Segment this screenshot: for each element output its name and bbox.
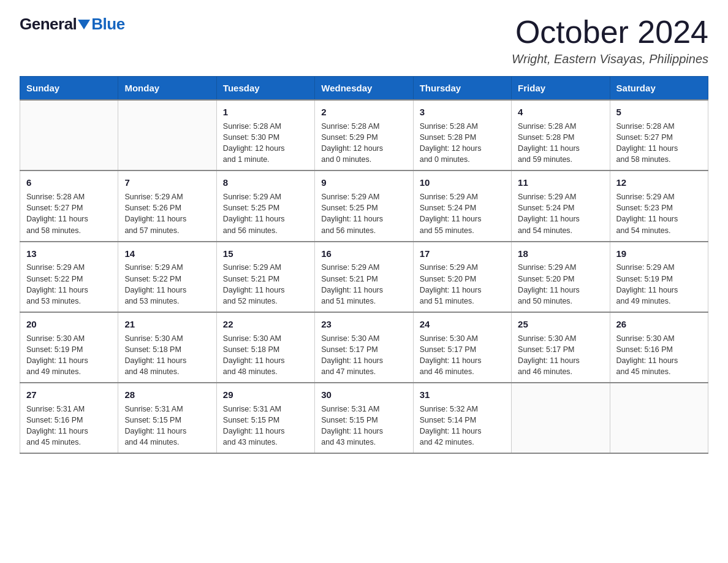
calendar-cell: 6Sunrise: 5:28 AM Sunset: 5:27 PM Daylig… — [20, 170, 118, 241]
calendar-cell: 16Sunrise: 5:29 AM Sunset: 5:21 PM Dayli… — [315, 242, 413, 312]
calendar-cell: 29Sunrise: 5:31 AM Sunset: 5:15 PM Dayli… — [216, 383, 314, 453]
day-info: Sunrise: 5:30 AM Sunset: 5:17 PM Dayligh… — [518, 333, 603, 378]
calendar-cell — [610, 383, 708, 453]
day-info: Sunrise: 5:29 AM Sunset: 5:19 PM Dayligh… — [616, 262, 702, 307]
day-number: 27 — [26, 388, 112, 402]
calendar-cell: 7Sunrise: 5:29 AM Sunset: 5:26 PM Daylig… — [118, 170, 216, 241]
day-number: 23 — [321, 318, 406, 331]
calendar-cell: 1Sunrise: 5:28 AM Sunset: 5:30 PM Daylig… — [216, 100, 314, 170]
day-info: Sunrise: 5:30 AM Sunset: 5:17 PM Dayligh… — [420, 333, 505, 378]
day-number: 15 — [223, 247, 308, 261]
day-number: 30 — [321, 388, 406, 402]
day-number: 28 — [124, 388, 210, 402]
day-info: Sunrise: 5:29 AM Sunset: 5:20 PM Dayligh… — [518, 262, 603, 307]
calendar-cell: 18Sunrise: 5:29 AM Sunset: 5:20 PM Dayli… — [512, 242, 610, 312]
day-number: 19 — [616, 247, 702, 261]
day-info: Sunrise: 5:29 AM Sunset: 5:21 PM Dayligh… — [223, 262, 308, 307]
weekday-header-wednesday: Wednesday — [315, 77, 413, 101]
day-info: Sunrise: 5:30 AM Sunset: 5:18 PM Dayligh… — [223, 333, 308, 378]
day-info: Sunrise: 5:31 AM Sunset: 5:15 PM Dayligh… — [124, 404, 210, 448]
day-number: 25 — [518, 318, 603, 331]
day-number: 17 — [420, 247, 505, 261]
day-number: 5 — [616, 105, 702, 119]
calendar-cell — [20, 100, 118, 170]
day-info: Sunrise: 5:29 AM Sunset: 5:26 PM Dayligh… — [124, 191, 210, 236]
day-number: 3 — [420, 105, 505, 119]
weekday-header-row: SundayMondayTuesdayWednesdayThursdayFrid… — [20, 77, 708, 101]
day-info: Sunrise: 5:31 AM Sunset: 5:15 PM Dayligh… — [321, 404, 406, 448]
day-info: Sunrise: 5:29 AM Sunset: 5:22 PM Dayligh… — [124, 262, 210, 307]
day-info: Sunrise: 5:30 AM Sunset: 5:19 PM Dayligh… — [26, 333, 112, 378]
day-number: 26 — [616, 318, 702, 331]
logo-area: General Blue — [20, 15, 125, 34]
location-subtitle: Wright, Eastern Visayas, Philippines — [512, 52, 708, 66]
day-info: Sunrise: 5:31 AM Sunset: 5:16 PM Dayligh… — [26, 404, 112, 448]
day-number: 6 — [26, 176, 112, 190]
calendar-cell: 3Sunrise: 5:28 AM Sunset: 5:28 PM Daylig… — [413, 100, 511, 170]
day-info: Sunrise: 5:30 AM Sunset: 5:17 PM Dayligh… — [321, 333, 406, 378]
calendar-cell: 30Sunrise: 5:31 AM Sunset: 5:15 PM Dayli… — [315, 383, 413, 453]
calendar-cell — [512, 383, 610, 453]
logo-general: General — [20, 15, 77, 34]
day-number: 10 — [420, 176, 505, 190]
week-row-3: 13Sunrise: 5:29 AM Sunset: 5:22 PM Dayli… — [20, 242, 708, 312]
day-info: Sunrise: 5:29 AM Sunset: 5:20 PM Dayligh… — [420, 262, 505, 307]
day-info: Sunrise: 5:28 AM Sunset: 5:29 PM Dayligh… — [321, 121, 406, 166]
day-number: 9 — [321, 176, 406, 190]
day-info: Sunrise: 5:30 AM Sunset: 5:18 PM Dayligh… — [124, 333, 210, 378]
day-number: 21 — [124, 318, 210, 331]
day-info: Sunrise: 5:28 AM Sunset: 5:28 PM Dayligh… — [518, 121, 603, 166]
day-number: 22 — [223, 318, 308, 331]
calendar-cell: 25Sunrise: 5:30 AM Sunset: 5:17 PM Dayli… — [512, 312, 610, 383]
day-number: 13 — [26, 247, 112, 261]
calendar-table: SundayMondayTuesdayWednesdayThursdayFrid… — [20, 76, 708, 454]
day-info: Sunrise: 5:29 AM Sunset: 5:25 PM Dayligh… — [223, 191, 308, 236]
logo-triangle-icon — [78, 20, 90, 29]
weekday-header-monday: Monday — [118, 77, 216, 101]
day-info: Sunrise: 5:29 AM Sunset: 5:24 PM Dayligh… — [518, 191, 603, 236]
day-number: 2 — [321, 105, 406, 119]
day-number: 7 — [124, 176, 210, 190]
logo-blue: Blue — [91, 15, 124, 34]
calendar-cell: 13Sunrise: 5:29 AM Sunset: 5:22 PM Dayli… — [20, 242, 118, 312]
week-row-1: 1Sunrise: 5:28 AM Sunset: 5:30 PM Daylig… — [20, 100, 708, 170]
day-info: Sunrise: 5:29 AM Sunset: 5:25 PM Dayligh… — [321, 191, 406, 236]
calendar-cell: 11Sunrise: 5:29 AM Sunset: 5:24 PM Dayli… — [512, 170, 610, 241]
calendar-cell: 14Sunrise: 5:29 AM Sunset: 5:22 PM Dayli… — [118, 242, 216, 312]
day-number: 24 — [420, 318, 505, 331]
day-number: 4 — [518, 105, 603, 119]
header: General Blue October 2024 Wright, Easter… — [20, 15, 708, 66]
week-row-2: 6Sunrise: 5:28 AM Sunset: 5:27 PM Daylig… — [20, 170, 708, 241]
calendar-cell: 10Sunrise: 5:29 AM Sunset: 5:24 PM Dayli… — [413, 170, 511, 241]
day-number: 14 — [124, 247, 210, 261]
calendar-cell: 22Sunrise: 5:30 AM Sunset: 5:18 PM Dayli… — [216, 312, 314, 383]
calendar-cell: 15Sunrise: 5:29 AM Sunset: 5:21 PM Dayli… — [216, 242, 314, 312]
day-info: Sunrise: 5:30 AM Sunset: 5:16 PM Dayligh… — [616, 333, 702, 378]
day-info: Sunrise: 5:28 AM Sunset: 5:27 PM Dayligh… — [616, 121, 702, 166]
calendar-cell: 26Sunrise: 5:30 AM Sunset: 5:16 PM Dayli… — [610, 312, 708, 383]
week-row-4: 20Sunrise: 5:30 AM Sunset: 5:19 PM Dayli… — [20, 312, 708, 383]
calendar-cell: 4Sunrise: 5:28 AM Sunset: 5:28 PM Daylig… — [512, 100, 610, 170]
weekday-header-saturday: Saturday — [610, 77, 708, 101]
calendar-cell: 19Sunrise: 5:29 AM Sunset: 5:19 PM Dayli… — [610, 242, 708, 312]
calendar-cell: 24Sunrise: 5:30 AM Sunset: 5:17 PM Dayli… — [413, 312, 511, 383]
day-info: Sunrise: 5:29 AM Sunset: 5:22 PM Dayligh… — [26, 262, 112, 307]
title-area: October 2024 Wright, Eastern Visayas, Ph… — [512, 15, 708, 66]
day-info: Sunrise: 5:28 AM Sunset: 5:30 PM Dayligh… — [223, 121, 308, 166]
calendar-cell: 27Sunrise: 5:31 AM Sunset: 5:16 PM Dayli… — [20, 383, 118, 453]
calendar-cell: 28Sunrise: 5:31 AM Sunset: 5:15 PM Dayli… — [118, 383, 216, 453]
day-info: Sunrise: 5:29 AM Sunset: 5:23 PM Dayligh… — [616, 191, 702, 236]
month-title: October 2024 — [512, 15, 708, 50]
day-number: 18 — [518, 247, 603, 261]
day-number: 20 — [26, 318, 112, 331]
calendar-cell: 23Sunrise: 5:30 AM Sunset: 5:17 PM Dayli… — [315, 312, 413, 383]
week-row-5: 27Sunrise: 5:31 AM Sunset: 5:16 PM Dayli… — [20, 383, 708, 453]
calendar-cell: 31Sunrise: 5:32 AM Sunset: 5:14 PM Dayli… — [413, 383, 511, 453]
day-info: Sunrise: 5:28 AM Sunset: 5:27 PM Dayligh… — [26, 191, 112, 236]
weekday-header-sunday: Sunday — [20, 77, 118, 101]
day-info: Sunrise: 5:32 AM Sunset: 5:14 PM Dayligh… — [420, 404, 505, 448]
calendar-cell: 9Sunrise: 5:29 AM Sunset: 5:25 PM Daylig… — [315, 170, 413, 241]
day-info: Sunrise: 5:31 AM Sunset: 5:15 PM Dayligh… — [223, 404, 308, 448]
day-info: Sunrise: 5:29 AM Sunset: 5:24 PM Dayligh… — [420, 191, 505, 236]
day-info: Sunrise: 5:29 AM Sunset: 5:21 PM Dayligh… — [321, 262, 406, 307]
